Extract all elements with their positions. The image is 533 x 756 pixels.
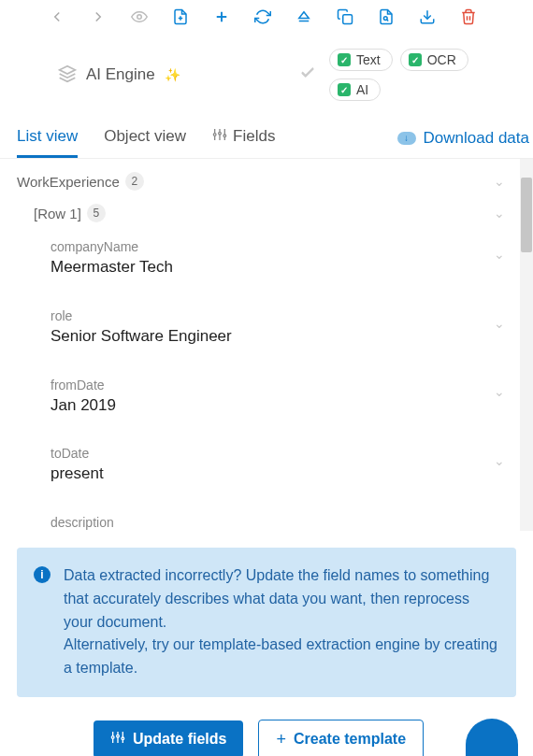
tab-object-view[interactable]: Object view <box>104 118 186 158</box>
search-file-icon[interactable] <box>378 8 395 25</box>
footer-actions: Update fields + Create template <box>0 697 533 756</box>
eye-icon[interactable] <box>131 8 148 25</box>
info-icon: i <box>34 566 50 583</box>
check-icon: ✓ <box>409 53 422 66</box>
chevron-down-icon[interactable]: ⌄ <box>494 247 505 262</box>
engine-title: AI Engine <box>86 65 155 84</box>
chevron-down-icon[interactable]: ⌄ <box>494 174 505 189</box>
svg-rect-7 <box>343 15 353 24</box>
field-description[interactable]: description - Analyze user needs and des… <box>50 502 505 531</box>
layers-icon <box>58 64 77 86</box>
plus-icon[interactable] <box>213 8 230 25</box>
engine-row: AI Engine ✨ ✓Text ✓OCR ✓AI <box>0 30 533 118</box>
trash-icon[interactable] <box>460 8 477 25</box>
svg-point-18 <box>213 133 216 136</box>
row-1[interactable]: [Row 1] 5 ⌄ <box>34 200 505 226</box>
svg-point-8 <box>383 17 387 21</box>
new-file-icon[interactable] <box>172 8 189 25</box>
field-fromdate[interactable]: fromDate Jan 2019 ⌄ <box>50 364 505 421</box>
svg-point-19 <box>219 132 222 135</box>
refresh-icon[interactable] <box>254 8 271 25</box>
info-text: Data extracted incorrectly? Update the f… <box>64 564 497 680</box>
tabs-row: List view Object view Fields ↓ Download … <box>0 118 533 159</box>
copy-icon[interactable] <box>337 8 353 25</box>
check-icon: ✓ <box>338 83 351 96</box>
sparkle-icon: ✨ <box>165 67 180 82</box>
field-todate[interactable]: toDate present ⌄ <box>50 433 505 489</box>
chevron-down-icon[interactable]: ⌄ <box>494 316 505 331</box>
sliders-icon <box>212 127 227 147</box>
svg-point-29 <box>122 737 124 740</box>
scrollbar-thumb[interactable] <box>521 178 532 252</box>
back-icon[interactable] <box>49 8 65 25</box>
chevron-down-icon[interactable]: ⌄ <box>494 522 505 531</box>
chevron-down-icon[interactable]: ⌄ <box>494 453 505 468</box>
plus-icon: + <box>276 730 286 749</box>
svg-point-0 <box>137 15 142 20</box>
svg-point-27 <box>111 736 114 739</box>
badge-ocr[interactable]: ✓OCR <box>400 49 468 71</box>
section-workexperience[interactable]: WorkExperience 2 ⌄ <box>17 168 505 194</box>
tab-list-view[interactable]: List view <box>17 118 78 158</box>
count-badge: 2 <box>125 172 144 191</box>
download-data-link[interactable]: ↓ Download data <box>397 129 533 148</box>
svg-marker-11 <box>60 65 76 73</box>
field-companyname[interactable]: companyName Meermaster Tech ⌄ <box>50 226 505 282</box>
badges-group: ✓Text ✓OCR ✓AI <box>329 49 516 101</box>
forward-icon[interactable] <box>90 8 107 25</box>
download-icon[interactable] <box>419 8 436 25</box>
chevron-down-icon[interactable]: ⌄ <box>494 384 505 399</box>
field-role[interactable]: role Senior Software Engineer ⌄ <box>50 295 505 351</box>
eject-icon[interactable] <box>295 8 312 25</box>
chevron-down-icon[interactable]: ⌄ <box>494 206 505 221</box>
data-panel: WorkExperience 2 ⌄ [Row 1] 5 ⌄ companyNa… <box>0 159 533 531</box>
update-fields-button[interactable]: Update fields <box>94 720 243 756</box>
sliders-icon <box>110 730 125 749</box>
svg-point-20 <box>223 135 226 137</box>
svg-line-9 <box>387 20 389 21</box>
svg-point-28 <box>117 735 120 738</box>
svg-marker-5 <box>299 12 310 19</box>
tab-fields[interactable]: Fields <box>212 118 275 158</box>
check-icon: ✓ <box>338 53 351 66</box>
count-badge: 5 <box>87 204 106 222</box>
confirm-icon[interactable] <box>299 64 316 85</box>
badge-ai[interactable]: ✓AI <box>329 78 381 101</box>
top-toolbar <box>0 0 533 30</box>
info-alert: i Data extracted incorrectly? Update the… <box>17 548 516 697</box>
cloud-download-icon: ↓ <box>397 132 416 145</box>
badge-text[interactable]: ✓Text <box>329 49 393 71</box>
create-template-button[interactable]: + Create template <box>258 720 424 756</box>
scrollbar-track[interactable] <box>520 159 533 531</box>
